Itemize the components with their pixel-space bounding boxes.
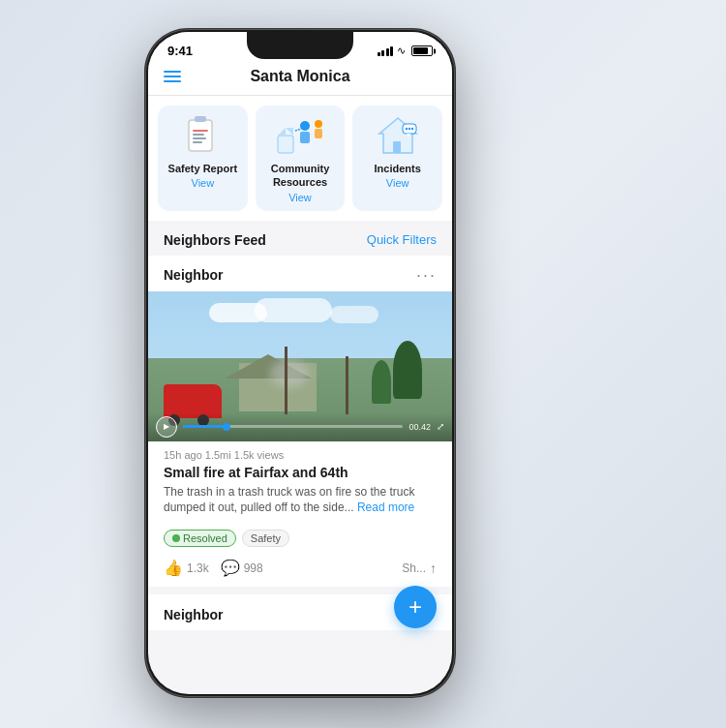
svg-rect-4 — [193, 137, 206, 139]
safety-report-title: Safety Report — [168, 162, 238, 175]
svg-rect-2 — [193, 130, 208, 132]
safety-report-card[interactable]: Safety Report View — [158, 106, 248, 211]
post-video[interactable]: ▶ 00.42 ⤢ — [148, 291, 452, 441]
status-icons: ∿ — [378, 45, 434, 57]
incidents-card[interactable]: Incidents View — [352, 106, 442, 211]
svg-point-19 — [408, 128, 409, 130]
svg-marker-12 — [278, 128, 286, 136]
hamburger-menu-icon[interactable] — [164, 71, 181, 82]
svg-rect-5 — [193, 141, 202, 143]
phone-notch — [247, 32, 353, 59]
second-post-author: Neighbor — [164, 607, 223, 622]
resolved-tag: Resolved — [164, 530, 236, 547]
post-header: Neighbor ··· — [148, 256, 452, 291]
resolved-dot — [172, 534, 180, 542]
svg-rect-6 — [278, 136, 293, 153]
safety-tag: Safety — [242, 530, 289, 547]
post-actions: 👍 1.3k 💬 998 Sh... ↑ — [148, 553, 452, 587]
svg-point-20 — [410, 128, 412, 130]
scene: 9:41 ∿ — [0, 0, 726, 728]
comment-count: 998 — [244, 561, 263, 575]
feed-header: Neighbors Feed Quick Filters — [148, 221, 452, 256]
video-progress-bar[interactable] — [183, 425, 403, 428]
incidents-link[interactable]: View — [386, 177, 409, 189]
share-icon: ↑ — [430, 561, 437, 576]
like-count: 1.3k — [187, 561, 209, 575]
incidents-icon — [374, 115, 422, 156]
svg-marker-13 — [286, 128, 293, 136]
post-author: Neighbor — [164, 267, 223, 283]
app-header: Santa Monica — [148, 62, 452, 96]
wifi-icon: ∿ — [397, 45, 406, 57]
svg-rect-3 — [193, 134, 204, 136]
signal-icon — [378, 46, 394, 56]
phone-screen: 9:41 ∿ — [148, 32, 452, 694]
quick-filters-button[interactable]: Quick Filters — [367, 232, 437, 247]
svg-rect-10 — [315, 129, 322, 138]
comment-icon: 💬 — [221, 559, 240, 577]
community-resources-link[interactable]: View — [288, 192, 312, 203]
video-time: 00.42 — [408, 422, 431, 432]
neighbors-feed-label: Neighbors Feed — [164, 232, 266, 248]
safety-report-icon — [178, 115, 227, 156]
post-menu-button[interactable]: ··· — [416, 265, 437, 286]
community-resources-icon — [276, 115, 324, 156]
share-button[interactable]: Sh... ↑ — [402, 561, 437, 576]
svg-rect-1 — [195, 116, 206, 122]
community-resources-title: Community Resources — [263, 162, 338, 190]
create-post-fab[interactable]: + — [394, 586, 437, 628]
post-tags: Resolved Safety — [148, 524, 452, 553]
post-card: Neighbor ··· — [148, 256, 452, 588]
phone-frame: 9:41 ∿ — [145, 29, 455, 697]
comment-button[interactable]: 💬 998 — [221, 559, 263, 577]
like-button[interactable]: 👍 1.3k — [164, 559, 209, 577]
battery-icon — [411, 46, 433, 56]
page-title: Santa Monica — [250, 68, 349, 85]
svg-rect-8 — [300, 132, 310, 143]
status-time: 9:41 — [167, 44, 193, 58]
read-more-link[interactable]: Read more — [357, 500, 414, 514]
svg-rect-15 — [393, 141, 401, 153]
incidents-title: Incidents — [375, 162, 421, 175]
svg-point-18 — [405, 128, 407, 130]
post-body: The trash in a trash truck was on fire s… — [164, 484, 437, 517]
phone-device: 9:41 ∿ — [145, 29, 455, 697]
post-title: Small fire at Fairfax and 64th — [164, 465, 437, 480]
thumbs-up-icon: 👍 — [164, 559, 183, 577]
share-label: Sh... — [402, 561, 426, 575]
safety-report-link[interactable]: View — [192, 177, 215, 189]
community-resources-card[interactable]: Community Resources View — [256, 106, 346, 211]
quick-actions-section: Safety Report View — [148, 96, 452, 221]
post-meta: 15h ago 1.5mi 1.5k views — [164, 449, 437, 461]
post-content: 15h ago 1.5mi 1.5k views Small fire at F… — [148, 441, 452, 525]
svg-point-7 — [300, 121, 310, 131]
svg-line-11 — [295, 129, 301, 131]
svg-point-9 — [315, 120, 322, 128]
plus-icon: + — [408, 595, 422, 619]
video-controls: ▶ 00.42 ⤢ — [148, 412, 452, 441]
video-expand-icon[interactable]: ⤢ — [437, 421, 444, 432]
video-play-button[interactable]: ▶ — [156, 416, 177, 438]
